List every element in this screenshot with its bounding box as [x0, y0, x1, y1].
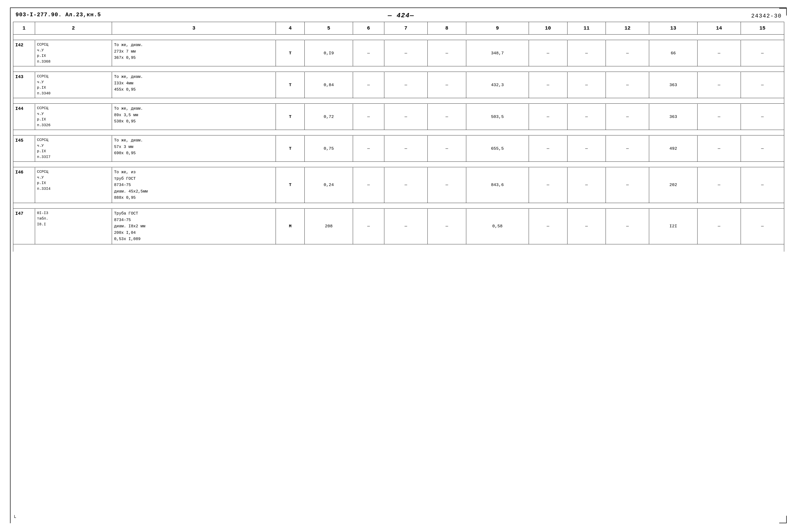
row-col11: —: [567, 40, 606, 66]
corner-decoration-h: [779, 8, 787, 8]
row-unit: Т: [276, 103, 305, 130]
table-row: I44ССРСЦ ч.У р.IХ п.3326То же, диам. 89х…: [13, 103, 784, 130]
row-col12: —: [606, 40, 649, 66]
final-spacer-row: [13, 244, 784, 252]
spacer-row: [13, 35, 784, 40]
header-col-12: 12: [606, 22, 649, 35]
row-col14: —: [697, 72, 741, 98]
row-col10: —: [529, 103, 567, 130]
table-row: I42ССРСЦ ч.У р.IХ п.3368То же, диам. 273…: [13, 40, 784, 66]
row-unit: М: [276, 208, 305, 244]
row-col5: 0,75: [305, 135, 353, 162]
header-col-9: 9: [466, 22, 529, 35]
row-col7: —: [384, 208, 428, 244]
row-col14: —: [697, 167, 741, 203]
header-col-11: 11: [567, 22, 606, 35]
spacer-row: [13, 162, 784, 167]
row-col14: —: [697, 40, 741, 66]
row-col6: —: [353, 40, 384, 66]
row-col15: —: [741, 103, 784, 130]
row-col14: —: [697, 103, 741, 130]
row-col13: 202: [649, 167, 697, 203]
spacer-row: [13, 98, 784, 103]
header-col-1: 1: [13, 22, 35, 35]
table-row: I45ССРСЦ ч.У р.IХ п.33I7То же, диам. 57х…: [13, 135, 784, 162]
row-col11: —: [567, 72, 606, 98]
row-description: То же, из труб ГОСТ 8734–75 диам. 45х2,5…: [112, 167, 276, 203]
row-source: ССРСЦ ч.У р.IХ п.3368: [35, 40, 112, 66]
spacer-row: [13, 130, 784, 135]
header-col-7: 7: [384, 22, 428, 35]
row-source: 0I–I3 табл. I8.I: [35, 208, 112, 244]
row-col11: —: [567, 103, 606, 130]
row-col12: —: [606, 72, 649, 98]
row-id: I44: [13, 103, 35, 130]
row-col9: 503,5: [466, 103, 529, 130]
row-col12: —: [606, 208, 649, 244]
row-col7: —: [384, 40, 428, 66]
page: 903-I-277.90. Ал.23,кн.5 — 424— 24342-30: [10, 7, 787, 523]
row-source: ССРСЦ ч.У р.IХ п.3326: [35, 103, 112, 130]
corner-decoration-v: [786, 8, 787, 16]
row-col13: I2I: [649, 208, 697, 244]
row-col9: 655,5: [466, 135, 529, 162]
row-col9: 348,7: [466, 40, 529, 66]
row-unit: Т: [276, 72, 305, 98]
row-col10: —: [529, 40, 567, 66]
header-col-5: 5: [305, 22, 353, 35]
row-col10: —: [529, 72, 567, 98]
row-col10: —: [529, 208, 567, 244]
row-col5: 208: [305, 208, 353, 244]
row-col8: —: [428, 167, 466, 203]
row-col15: —: [741, 72, 784, 98]
row-col8: —: [428, 72, 466, 98]
row-col11: —: [567, 167, 606, 203]
row-description: Труба ГОСТ 8734–75 диам. I8х2 мм 200х I,…: [112, 208, 276, 244]
header-col-13: 13: [649, 22, 697, 35]
row-unit: Т: [276, 167, 305, 203]
row-col9: 432,3: [466, 72, 529, 98]
table-row: I46ССРСЦ ч.У р.IХ п.33I4То же, из труб Г…: [13, 167, 784, 203]
row-col14: —: [697, 135, 741, 162]
row-description: То же, диам. 57х 3 мм 690х 0,95: [112, 135, 276, 162]
row-col11: —: [567, 135, 606, 162]
row-col5: 0,72: [305, 103, 353, 130]
row-col8: —: [428, 40, 466, 66]
spacer-row: [13, 203, 784, 208]
row-id: I46: [13, 167, 35, 203]
row-col6: —: [353, 135, 384, 162]
row-col15: —: [741, 167, 784, 203]
row-col12: —: [606, 167, 649, 203]
row-id: I42: [13, 40, 35, 66]
row-col13: 363: [649, 103, 697, 130]
row-unit: Т: [276, 135, 305, 162]
table-header-row: 1 2 3 4 5 6 7 8 9 10 11 12 13 14 15: [13, 22, 784, 35]
row-description: То же, диам. 273х 7 мм 367х 0,95: [112, 40, 276, 66]
row-col9: 843,6: [466, 167, 529, 203]
row-col6: —: [353, 72, 384, 98]
row-col10: —: [529, 135, 567, 162]
row-col6: —: [353, 103, 384, 130]
row-col12: —: [606, 135, 649, 162]
row-col8: —: [428, 208, 466, 244]
row-col5: 0,I9: [305, 40, 353, 66]
spacer-row: [13, 66, 784, 72]
main-table: 1 2 3 4 5 6 7 8 9 10 11 12 13 14 15: [13, 22, 784, 252]
row-col8: —: [428, 103, 466, 130]
bottom-corner-mark: └: [13, 515, 16, 521]
row-col6: —: [353, 167, 384, 203]
table-row: I470I–I3 табл. I8.IТруба ГОСТ 8734–75 ди…: [13, 208, 784, 244]
row-id: I47: [13, 208, 35, 244]
row-col6: —: [353, 208, 384, 244]
header-col-6: 6: [353, 22, 384, 35]
row-id: I43: [13, 72, 35, 98]
row-id: I45: [13, 135, 35, 162]
row-col14: —: [697, 208, 741, 244]
row-col9: 0,58: [466, 208, 529, 244]
table-container: 1 2 3 4 5 6 7 8 9 10 11 12 13 14 15: [13, 22, 784, 252]
row-col7: —: [384, 103, 428, 130]
header-col-15: 15: [741, 22, 784, 35]
row-col7: —: [384, 72, 428, 98]
header-col-14: 14: [697, 22, 741, 35]
row-source: ССРСЦ ч.У р.IХ п.33I7: [35, 135, 112, 162]
